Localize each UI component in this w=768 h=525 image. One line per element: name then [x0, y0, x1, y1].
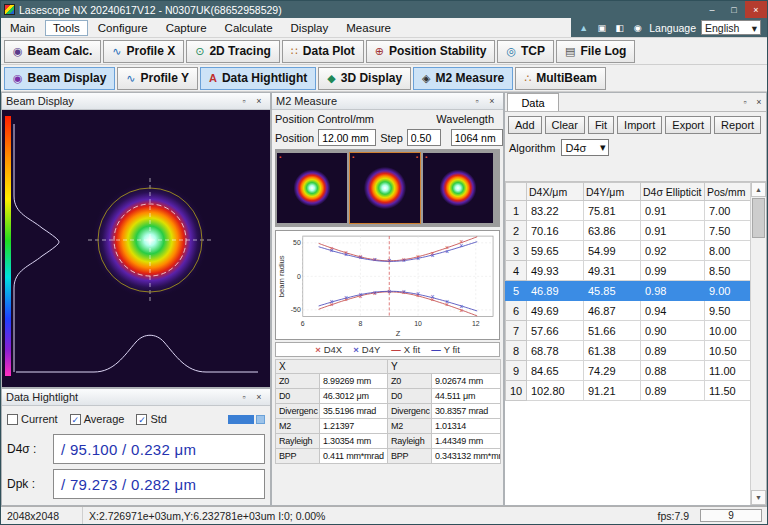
close-button[interactable]: ×	[745, 1, 767, 18]
sound-icon[interactable]: ◉	[631, 23, 644, 33]
beam-thumbnail-3[interactable]: ▪	[423, 153, 493, 223]
cell-ellipticity: 0.91	[641, 201, 705, 221]
toolbar-button-2d-tracing[interactable]: ⊙ 2D Tracing	[186, 40, 280, 63]
toolbar-button-3d-display[interactable]: ◆ 3D Display	[318, 67, 411, 90]
vertical-scrollbar[interactable]: ▲ ▼	[750, 182, 766, 505]
beam-thumbnail-1[interactable]: ▪	[277, 153, 347, 223]
panel-title: M2 Measure	[276, 95, 337, 107]
fit-button[interactable]: Fit	[588, 116, 614, 134]
table-row[interactable]: 10102.8091.210.8911.50	[506, 381, 753, 401]
cell-d4y: 63.86	[584, 221, 641, 241]
toolbar-button-file-log[interactable]: ▤ File Log	[556, 40, 635, 63]
tab-data[interactable]: Data	[507, 93, 559, 111]
menu-item-configure[interactable]: Configure	[90, 20, 156, 36]
table-row[interactable]: 183.2275.810.917.00	[506, 201, 753, 221]
step-input[interactable]	[407, 129, 441, 146]
report-button[interactable]: Report	[714, 116, 761, 134]
cell-d4x: 46.89	[527, 281, 584, 301]
table-row[interactable]: 868.7861.380.8910.50	[506, 341, 753, 361]
close-icon[interactable]: ×	[252, 96, 266, 106]
float-icon[interactable]: ▫	[237, 96, 251, 106]
scroll-up-icon[interactable]: ▲	[751, 182, 766, 197]
lock-icon[interactable]: ▣	[595, 23, 608, 33]
checkbox-box[interactable]: ✓	[70, 414, 81, 425]
toolbar-button-data-plot[interactable]: ∷ Data Plot	[282, 40, 364, 63]
toolbar-button-profile-y[interactable]: ∿ Profile Y	[117, 67, 198, 90]
panel-title: Beam Display	[6, 95, 74, 107]
panel-arrow-icon[interactable]: ▲	[577, 23, 590, 33]
beam-image[interactable]	[2, 110, 270, 387]
toolbar-button-data-highlight[interactable]: A Data Hightlight	[200, 67, 316, 90]
result-value: 1.30354 mm	[320, 434, 388, 449]
table-row[interactable]: 546.8945.850.989.00	[506, 281, 753, 301]
float-icon[interactable]: ▫	[237, 392, 251, 402]
toolbar-button-m2-measure[interactable]: ◈ M2 Measure	[413, 67, 513, 90]
close-icon[interactable]: ×	[752, 97, 766, 107]
toolbar-button-beam-calc[interactable]: ◉ Beam Calc.	[4, 40, 101, 63]
minimize-button[interactable]: –	[701, 1, 723, 18]
d4y-marker-icon: ×	[353, 344, 359, 355]
table-row[interactable]: 270.1663.860.917.50	[506, 221, 753, 241]
table-row[interactable]: 449.9349.310.998.50	[506, 261, 753, 281]
column-header-d4x[interactable]: D4X/μm	[527, 183, 584, 201]
checkbox-box[interactable]	[7, 414, 18, 425]
result-label: Z0	[388, 374, 432, 389]
column-header[interactable]	[506, 183, 527, 201]
table-row[interactable]: 649.6946.870.949.50	[506, 301, 753, 321]
svg-text:50: 50	[293, 239, 301, 246]
slider-handle[interactable]	[256, 415, 265, 424]
close-icon[interactable]: ×	[252, 392, 266, 402]
toolbar-button-beam-display[interactable]: ◉ Beam Display	[4, 67, 115, 90]
checkbox-std[interactable]: ✓ Std	[136, 413, 167, 425]
scroll-down-icon[interactable]: ▼	[751, 490, 766, 505]
table-row[interactable]: 984.6574.290.8811.00	[506, 361, 753, 381]
row-number: 1	[506, 201, 527, 221]
capture-icon[interactable]: ◧	[613, 23, 626, 33]
cell-d4y: 61.38	[584, 341, 641, 361]
toolbar-button-profile-x[interactable]: ∿ Profile X	[103, 40, 184, 63]
float-icon[interactable]: ▫	[738, 97, 752, 107]
button-label: TCP	[521, 44, 545, 58]
menu-item-main[interactable]: Main	[2, 20, 43, 36]
export-button[interactable]: Export	[665, 116, 711, 134]
position-stability-icon: ⊕	[375, 45, 384, 58]
float-icon[interactable]: ▫	[470, 96, 484, 106]
table-row[interactable]: 359.6554.990.928.00	[506, 241, 753, 261]
column-header-d4y[interactable]: D4Y/μm	[584, 183, 641, 201]
table-row[interactable]: 757.6651.660.9010.00	[506, 321, 753, 341]
beam-thumbnail-2-selected[interactable]: ▪▪	[350, 153, 420, 223]
import-button[interactable]: Import	[617, 116, 662, 134]
font-size-slider[interactable]	[228, 415, 265, 424]
clear-button[interactable]: Clear	[545, 116, 585, 134]
multibeam-icon: ∴	[524, 72, 531, 85]
toolbar-button-position-stability[interactable]: ⊕ Position Stability	[366, 40, 496, 63]
scrollbar-thumb[interactable]	[752, 198, 765, 238]
checkbox-box[interactable]: ✓	[136, 414, 147, 425]
toolbar-button-tcp[interactable]: ◎ TCP	[497, 40, 554, 63]
caustic-chart[interactable]: -50050681012××××××××××××××××××××××××××××…	[275, 230, 500, 340]
thumb-marker: ▪	[425, 154, 427, 160]
close-icon[interactable]: ×	[485, 96, 499, 106]
checkbox-current[interactable]: Current	[7, 413, 58, 425]
menu-item-capture[interactable]: Capture	[158, 20, 215, 36]
position-input[interactable]	[318, 129, 376, 146]
x-fit-line-icon: —	[391, 344, 401, 355]
menu-item-measure[interactable]: Measure	[338, 20, 399, 36]
language-select[interactable]: English ▾	[701, 20, 761, 35]
wavelength-input[interactable]	[451, 129, 503, 146]
checkbox-average[interactable]: ✓ Average	[70, 413, 125, 425]
maximize-button[interactable]: □	[723, 1, 745, 18]
column-header-ellipticity[interactable]: D4σ Ellipticit	[641, 183, 705, 201]
algorithm-select[interactable]: D4σ ▾	[561, 139, 609, 156]
column-header-pos[interactable]: Pos/mm	[705, 183, 753, 201]
menu-item-tools[interactable]: Tools	[45, 20, 88, 36]
2d-tracing-icon: ⊙	[195, 45, 204, 58]
file-log-icon: ▤	[565, 45, 575, 58]
menu-item-calculate[interactable]: Calculate	[217, 20, 281, 36]
add-button[interactable]: Add	[508, 116, 542, 134]
statusbar: 2048x2048 X:2.726971e+03um,Y:6.232781e+0…	[1, 506, 767, 524]
toolbar-button-multibeam[interactable]: ∴ MultiBeam	[515, 67, 606, 90]
position-control-group: Position Control/mm Wavelength Position …	[275, 113, 500, 146]
result-value: 0.411 mm*mrad	[320, 449, 388, 464]
menu-item-display[interactable]: Display	[283, 20, 337, 36]
